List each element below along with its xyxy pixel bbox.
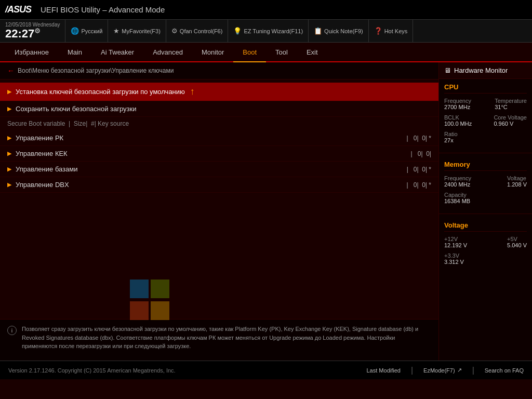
- status-items: 🌐 Русский ★ MyFavorite(F3) ⚙ Qfan Contro…: [65, 20, 527, 43]
- table-header-text: Secure Boot variable | Size| #| Key sour…: [7, 120, 129, 127]
- volt-33v-row: +3.3V 3.312 V: [444, 252, 527, 265]
- note-icon: 📋: [314, 27, 322, 35]
- info-bar: i Позволяет сразу загрузить ключи безопа…: [0, 319, 438, 361]
- breadcrumb: ← Boot\Меню безопасной загрузки\Управлен…: [0, 62, 438, 79]
- cpu-temp-label: Temperature: [495, 98, 527, 104]
- search-faq-label: Search on FAQ: [485, 367, 524, 374]
- nav-tool[interactable]: Tool: [266, 42, 297, 62]
- menu-row-kek[interactable]: ▶ Управление КЕК | 0| 0|: [0, 146, 438, 162]
- chevron-pk-icon: ▶: [7, 135, 11, 141]
- nav-monitor[interactable]: Monitor: [192, 42, 233, 62]
- menu-row-default-keys[interactable]: ▶ Установка ключей безопасной загрузки п…: [0, 83, 438, 101]
- datetime: 12/05/2018 Wednesday 22:27⚙: [5, 22, 60, 39]
- asus-logo: /ASUS: [5, 4, 31, 15]
- sidebar-divider-2: [439, 214, 532, 214]
- cpu-bclk-label: BCLK: [444, 114, 472, 121]
- nav-advanced[interactable]: Advanced: [143, 42, 192, 62]
- menu-row-dbx[interactable]: ▶ Управление DBX | 0| 0| *: [0, 177, 438, 193]
- nav-ai-tweaker[interactable]: Ai Tweaker: [91, 42, 143, 62]
- nav-izbrannoye[interactable]: Избранное: [5, 42, 58, 62]
- volt-33v-value: 3.312 V: [444, 259, 464, 265]
- cpu-bclk-row: BCLK 100.0 MHz Core Voltage 0.960 V: [444, 114, 527, 127]
- info-text: Позволяет сразу загрузить ключи безопасн…: [22, 325, 431, 351]
- info-icon: i: [7, 326, 17, 335]
- cpu-ratio-row: Ratio 27x: [444, 131, 527, 143]
- volt-5v-value: 5.040 V: [507, 242, 527, 248]
- dbx-values: | 0| 0| *: [400, 181, 431, 189]
- chevron-dbx-icon: ▶: [7, 181, 11, 188]
- table-header: Secure Boot variable | Size| #| Key sour…: [0, 117, 438, 130]
- mem-cap-row: Capacity 16384 MB: [444, 192, 527, 204]
- chevron-kek-icon: ▶: [7, 150, 11, 157]
- status-bar: 12/05/2018 Wednesday 22:27⚙ 🌐 Русский ★ …: [0, 20, 532, 43]
- memory-section-title: Memory: [444, 161, 527, 171]
- quick-note-button[interactable]: 📋 Quick Note(F9): [308, 20, 368, 43]
- footer-center: Last Modified | EzMode(F7) ↗ | Search on…: [367, 366, 524, 375]
- chevron-right-icon-2: ▶: [7, 105, 11, 112]
- memory-section: Memory Frequency 2400 MHz Voltage 1.208 …: [439, 156, 532, 210]
- ez-tuning-button[interactable]: 💡 EZ Tuning Wizard(F11): [228, 20, 308, 43]
- mem-voltage-value: 1.208 V: [507, 181, 527, 188]
- cpu-freq-value: 2700 MHz: [444, 104, 471, 110]
- chevron-right-icon: ▶: [7, 88, 11, 95]
- hot-keys-button[interactable]: ❓ Hot Keys: [368, 20, 414, 43]
- nav-menu: Избранное Main Ai Tweaker Advanced Monit…: [0, 43, 532, 62]
- mem-freq-value: 2400 MHz: [444, 181, 471, 188]
- cpu-section-title: CPU: [444, 83, 527, 94]
- ez-mode-icon: ↗: [457, 367, 462, 374]
- question-icon: ❓: [374, 27, 382, 35]
- language-selector[interactable]: 🌐 Русский: [65, 20, 108, 43]
- volt-5v-label: +5V: [507, 236, 527, 242]
- bases-label: Управление базами: [16, 165, 78, 173]
- monitor-icon: 🖥: [444, 66, 451, 74]
- qfan-control-button[interactable]: ⚙ Qfan Control(F6): [166, 20, 228, 43]
- cpu-voltage-label: Core Voltage: [494, 114, 527, 121]
- kek-label: Управление КЕК: [16, 150, 68, 157]
- menu-row-save-keys[interactable]: ▶ Сохранить ключи безопасной загрузки: [0, 101, 438, 117]
- nav-main[interactable]: Main: [58, 42, 91, 62]
- ez-mode-button[interactable]: EzMode(F7) ↗: [423, 367, 462, 374]
- voltage-section: Voltage +12V 12.192 V +5V 5.040 V +3.3V …: [439, 217, 532, 271]
- content-area: ← Boot\Меню безопасной загрузки\Управлен…: [0, 62, 438, 361]
- volt-12v-row: +12V 12.192 V +5V 5.040 V: [444, 236, 527, 248]
- hardware-monitor-sidebar: 🖥 Hardware Monitor CPU Frequency 2700 MH…: [438, 62, 532, 361]
- bases-values: | 0| 0| *: [407, 166, 431, 173]
- mem-voltage-label: Voltage: [507, 175, 527, 181]
- cpu-section: CPU Frequency 2700 MHz Temperature 31°C …: [439, 79, 532, 150]
- time-display: 22:27⚙: [5, 28, 41, 39]
- last-modified-button[interactable]: Last Modified: [367, 367, 401, 374]
- menu-row-bases[interactable]: ▶ Управление базами | 0| 0| *: [0, 162, 438, 177]
- main-layout: ← Boot\Меню безопасной загрузки\Управлен…: [0, 62, 532, 361]
- cpu-ratio-label: Ratio: [444, 131, 458, 137]
- menu-row-pk[interactable]: ▶ Управление РК | 0| 0| *: [0, 130, 438, 146]
- chevron-bases-icon: ▶: [7, 166, 11, 172]
- pk-label: Управление РК: [16, 134, 63, 142]
- nav-exit[interactable]: Exit: [297, 42, 327, 62]
- breadcrumb-path: Boot\Меню безопасной загрузки\Управление…: [18, 67, 174, 74]
- cpu-bclk-value: 100.0 MHz: [444, 121, 472, 127]
- nav-boot[interactable]: Boot: [233, 43, 266, 62]
- dbx-label: Управление DBX: [16, 181, 69, 189]
- myfavorite-button[interactable]: ★ MyFavorite(F3): [108, 20, 166, 43]
- ez-mode-label: EzMode(F7): [423, 367, 455, 374]
- mem-cap-label: Capacity: [444, 192, 470, 198]
- volt-33v-label: +3.3V: [444, 252, 464, 259]
- content-rows: ▶ Установка ключей безопасной загрузки п…: [0, 79, 438, 319]
- cpu-freq-row: Frequency 2700 MHz Temperature 31°C: [444, 98, 527, 110]
- sidebar-header: 🖥 Hardware Monitor: [439, 62, 532, 79]
- mem-cap-value: 16384 MB: [444, 198, 470, 204]
- voltage-section-title: Voltage: [444, 221, 527, 232]
- top-bar: /ASUS UEFI BIOS Utility – Advanced Mode: [0, 0, 532, 20]
- cpu-ratio-value: 27x: [444, 137, 458, 143]
- cpu-freq-label: Frequency: [444, 98, 471, 104]
- back-arrow-icon[interactable]: ←: [7, 66, 15, 75]
- mem-freq-label: Frequency: [444, 175, 471, 181]
- bulb-icon: 💡: [233, 27, 242, 35]
- pk-values: | 0| 0| *: [400, 135, 431, 142]
- cpu-voltage-value: 0.960 V: [494, 121, 527, 127]
- search-faq-button[interactable]: Search on FAQ: [485, 367, 524, 374]
- fan-icon: ⚙: [171, 27, 178, 35]
- mem-freq-row: Frequency 2400 MHz Voltage 1.208 V: [444, 175, 527, 188]
- globe-icon: 🌐: [71, 27, 79, 35]
- footer: Version 2.17.1246. Copyright (C) 2015 Am…: [0, 361, 532, 379]
